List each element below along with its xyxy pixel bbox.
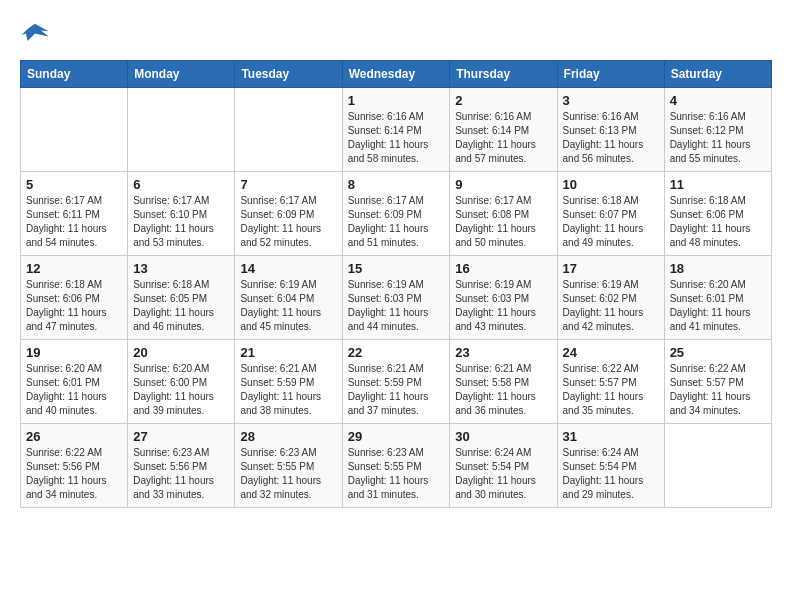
calendar-day-29: 29Sunrise: 6:23 AM Sunset: 5:55 PM Dayli… (342, 424, 450, 508)
empty-cell (664, 424, 771, 508)
day-info: Sunrise: 6:21 AM Sunset: 5:58 PM Dayligh… (455, 362, 551, 418)
day-number: 7 (240, 177, 336, 192)
day-info: Sunrise: 6:17 AM Sunset: 6:09 PM Dayligh… (240, 194, 336, 250)
day-info: Sunrise: 6:17 AM Sunset: 6:08 PM Dayligh… (455, 194, 551, 250)
day-info: Sunrise: 6:18 AM Sunset: 6:05 PM Dayligh… (133, 278, 229, 334)
day-info: Sunrise: 6:17 AM Sunset: 6:10 PM Dayligh… (133, 194, 229, 250)
day-info: Sunrise: 6:16 AM Sunset: 6:14 PM Dayligh… (348, 110, 445, 166)
weekday-header-tuesday: Tuesday (235, 61, 342, 88)
day-number: 1 (348, 93, 445, 108)
day-info: Sunrise: 6:23 AM Sunset: 5:56 PM Dayligh… (133, 446, 229, 502)
day-number: 17 (563, 261, 659, 276)
calendar-day-6: 6Sunrise: 6:17 AM Sunset: 6:10 PM Daylig… (128, 172, 235, 256)
day-number: 16 (455, 261, 551, 276)
day-number: 14 (240, 261, 336, 276)
day-number: 3 (563, 93, 659, 108)
calendar-day-13: 13Sunrise: 6:18 AM Sunset: 6:05 PM Dayli… (128, 256, 235, 340)
day-info: Sunrise: 6:16 AM Sunset: 6:13 PM Dayligh… (563, 110, 659, 166)
calendar-day-20: 20Sunrise: 6:20 AM Sunset: 6:00 PM Dayli… (128, 340, 235, 424)
day-number: 20 (133, 345, 229, 360)
calendar-day-15: 15Sunrise: 6:19 AM Sunset: 6:03 PM Dayli… (342, 256, 450, 340)
day-number: 4 (670, 93, 766, 108)
calendar-week-2: 5Sunrise: 6:17 AM Sunset: 6:11 PM Daylig… (21, 172, 772, 256)
weekday-header-sunday: Sunday (21, 61, 128, 88)
day-info: Sunrise: 6:24 AM Sunset: 5:54 PM Dayligh… (455, 446, 551, 502)
calendar-day-9: 9Sunrise: 6:17 AM Sunset: 6:08 PM Daylig… (450, 172, 557, 256)
day-number: 5 (26, 177, 122, 192)
day-info: Sunrise: 6:22 AM Sunset: 5:57 PM Dayligh… (670, 362, 766, 418)
calendar-week-4: 19Sunrise: 6:20 AM Sunset: 6:01 PM Dayli… (21, 340, 772, 424)
day-info: Sunrise: 6:24 AM Sunset: 5:54 PM Dayligh… (563, 446, 659, 502)
calendar-day-28: 28Sunrise: 6:23 AM Sunset: 5:55 PM Dayli… (235, 424, 342, 508)
day-info: Sunrise: 6:16 AM Sunset: 6:14 PM Dayligh… (455, 110, 551, 166)
calendar-day-10: 10Sunrise: 6:18 AM Sunset: 6:07 PM Dayli… (557, 172, 664, 256)
day-number: 31 (563, 429, 659, 444)
day-number: 13 (133, 261, 229, 276)
day-number: 2 (455, 93, 551, 108)
day-number: 8 (348, 177, 445, 192)
calendar-table: SundayMondayTuesdayWednesdayThursdayFrid… (20, 60, 772, 508)
calendar-day-31: 31Sunrise: 6:24 AM Sunset: 5:54 PM Dayli… (557, 424, 664, 508)
day-number: 23 (455, 345, 551, 360)
calendar-day-24: 24Sunrise: 6:22 AM Sunset: 5:57 PM Dayli… (557, 340, 664, 424)
calendar-week-3: 12Sunrise: 6:18 AM Sunset: 6:06 PM Dayli… (21, 256, 772, 340)
day-number: 29 (348, 429, 445, 444)
day-info: Sunrise: 6:18 AM Sunset: 6:07 PM Dayligh… (563, 194, 659, 250)
calendar-day-12: 12Sunrise: 6:18 AM Sunset: 6:06 PM Dayli… (21, 256, 128, 340)
day-info: Sunrise: 6:21 AM Sunset: 5:59 PM Dayligh… (348, 362, 445, 418)
calendar-day-5: 5Sunrise: 6:17 AM Sunset: 6:11 PM Daylig… (21, 172, 128, 256)
day-number: 21 (240, 345, 336, 360)
logo (20, 20, 54, 50)
day-info: Sunrise: 6:19 AM Sunset: 6:03 PM Dayligh… (348, 278, 445, 334)
empty-cell (128, 88, 235, 172)
day-info: Sunrise: 6:19 AM Sunset: 6:02 PM Dayligh… (563, 278, 659, 334)
calendar-day-26: 26Sunrise: 6:22 AM Sunset: 5:56 PM Dayli… (21, 424, 128, 508)
day-number: 27 (133, 429, 229, 444)
calendar-day-21: 21Sunrise: 6:21 AM Sunset: 5:59 PM Dayli… (235, 340, 342, 424)
calendar-day-30: 30Sunrise: 6:24 AM Sunset: 5:54 PM Dayli… (450, 424, 557, 508)
day-number: 15 (348, 261, 445, 276)
empty-cell (235, 88, 342, 172)
calendar-day-8: 8Sunrise: 6:17 AM Sunset: 6:09 PM Daylig… (342, 172, 450, 256)
calendar-day-14: 14Sunrise: 6:19 AM Sunset: 6:04 PM Dayli… (235, 256, 342, 340)
calendar-day-7: 7Sunrise: 6:17 AM Sunset: 6:09 PM Daylig… (235, 172, 342, 256)
calendar-day-27: 27Sunrise: 6:23 AM Sunset: 5:56 PM Dayli… (128, 424, 235, 508)
day-info: Sunrise: 6:19 AM Sunset: 6:03 PM Dayligh… (455, 278, 551, 334)
day-info: Sunrise: 6:23 AM Sunset: 5:55 PM Dayligh… (240, 446, 336, 502)
day-info: Sunrise: 6:20 AM Sunset: 6:01 PM Dayligh… (670, 278, 766, 334)
logo-icon (20, 20, 50, 50)
weekday-header-monday: Monday (128, 61, 235, 88)
weekday-header-saturday: Saturday (664, 61, 771, 88)
day-number: 30 (455, 429, 551, 444)
day-info: Sunrise: 6:20 AM Sunset: 6:01 PM Dayligh… (26, 362, 122, 418)
day-info: Sunrise: 6:17 AM Sunset: 6:11 PM Dayligh… (26, 194, 122, 250)
day-number: 10 (563, 177, 659, 192)
day-number: 6 (133, 177, 229, 192)
day-info: Sunrise: 6:21 AM Sunset: 5:59 PM Dayligh… (240, 362, 336, 418)
calendar-day-4: 4Sunrise: 6:16 AM Sunset: 6:12 PM Daylig… (664, 88, 771, 172)
day-number: 12 (26, 261, 122, 276)
day-number: 28 (240, 429, 336, 444)
calendar-header-row: SundayMondayTuesdayWednesdayThursdayFrid… (21, 61, 772, 88)
calendar-day-17: 17Sunrise: 6:19 AM Sunset: 6:02 PM Dayli… (557, 256, 664, 340)
calendar-day-11: 11Sunrise: 6:18 AM Sunset: 6:06 PM Dayli… (664, 172, 771, 256)
day-info: Sunrise: 6:22 AM Sunset: 5:56 PM Dayligh… (26, 446, 122, 502)
day-info: Sunrise: 6:22 AM Sunset: 5:57 PM Dayligh… (563, 362, 659, 418)
calendar-day-18: 18Sunrise: 6:20 AM Sunset: 6:01 PM Dayli… (664, 256, 771, 340)
calendar-day-16: 16Sunrise: 6:19 AM Sunset: 6:03 PM Dayli… (450, 256, 557, 340)
day-info: Sunrise: 6:18 AM Sunset: 6:06 PM Dayligh… (670, 194, 766, 250)
day-number: 24 (563, 345, 659, 360)
empty-cell (21, 88, 128, 172)
day-number: 11 (670, 177, 766, 192)
day-number: 9 (455, 177, 551, 192)
calendar-week-5: 26Sunrise: 6:22 AM Sunset: 5:56 PM Dayli… (21, 424, 772, 508)
calendar-day-2: 2Sunrise: 6:16 AM Sunset: 6:14 PM Daylig… (450, 88, 557, 172)
calendar-day-1: 1Sunrise: 6:16 AM Sunset: 6:14 PM Daylig… (342, 88, 450, 172)
day-number: 19 (26, 345, 122, 360)
day-info: Sunrise: 6:23 AM Sunset: 5:55 PM Dayligh… (348, 446, 445, 502)
calendar-day-23: 23Sunrise: 6:21 AM Sunset: 5:58 PM Dayli… (450, 340, 557, 424)
day-info: Sunrise: 6:19 AM Sunset: 6:04 PM Dayligh… (240, 278, 336, 334)
weekday-header-friday: Friday (557, 61, 664, 88)
page-header (20, 20, 772, 50)
day-info: Sunrise: 6:17 AM Sunset: 6:09 PM Dayligh… (348, 194, 445, 250)
